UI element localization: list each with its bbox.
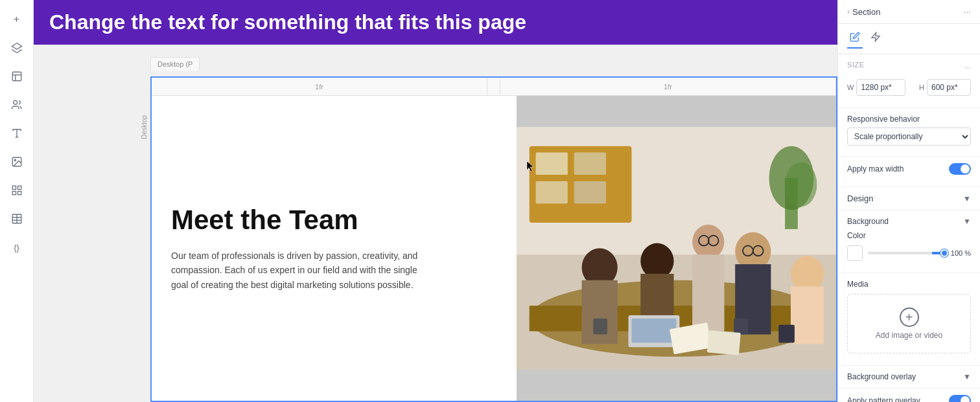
height-input-group: H [919,79,971,96]
pattern-overlay-row: Apply pattern overlay [847,395,971,402]
section-right-column[interactable] [517,96,836,401]
svg-rect-12 [18,186,21,189]
panel-header: › Section ··· [838,0,980,24]
responsive-label: Responsive behavior [847,115,971,124]
section-left-column[interactable]: Meet the Team Our team of professionals … [152,96,517,401]
grid-header: 1fr 1fr [152,78,836,96]
pattern-overlay-section: Apply pattern overlay [838,388,980,402]
svg-line-2 [17,50,22,53]
max-width-label: Apply max width [847,164,904,173]
color-opacity-slider[interactable] [868,252,948,254]
banner-text: Change the text for something that fits … [49,10,822,34]
resize-handle-right[interactable] [836,227,837,252]
width-input-group: W [847,79,905,96]
design-chevron-icon: ▼ [963,194,971,203]
color-label: Color [847,231,866,240]
background-overlay-label: Background overlay [847,372,916,381]
edit-tab[interactable] [847,29,863,49]
background-overlay-header[interactable]: Background overlay ▼ [847,372,971,381]
section-content: Meet the Team Our team of professionals … [152,96,836,401]
height-input[interactable] [927,79,971,96]
design-label: Design [847,194,873,203]
text-icon[interactable] [5,122,29,145]
size-section: Size ··· W H [838,54,980,108]
table-icon[interactable] [5,207,29,230]
style-tab[interactable] [868,29,883,49]
svg-point-45 [791,256,824,291]
svg-rect-36 [692,254,724,331]
svg-rect-46 [791,287,824,344]
width-input[interactable] [856,79,905,96]
svg-marker-54 [872,32,880,41]
svg-rect-3 [12,72,21,81]
height-label: H [919,84,924,91]
svg-rect-13 [12,192,16,195]
team-image[interactable] [517,96,836,401]
background-header[interactable]: Background ▼ [847,217,971,226]
section-heading[interactable]: Meet the Team [171,205,491,236]
right-panel: › Section ··· Size ··· W [837,0,980,402]
svg-rect-24 [536,153,568,175]
add-media-icon: + [900,307,919,327]
media-header: Media [847,280,971,289]
svg-rect-26 [536,181,568,204]
page-name-label: Desktop (P [158,60,192,68]
users-icon[interactable] [5,93,29,117]
desktop-strip: Desktop [137,76,150,402]
desktop-label: Desktop [141,115,148,139]
panel-breadcrumb: › Section [847,7,880,17]
tutorial-banner: Change the text for something that fits … [34,0,837,45]
layers-icon[interactable] [5,36,29,60]
color-slider-container: 100 % [868,249,971,257]
width-label: W [847,84,854,91]
svg-rect-49 [593,318,607,335]
section-frame[interactable]: 1fr 1fr Meet the Team Our team of profes… [150,76,837,402]
size-inputs-row: W H [847,79,971,96]
pattern-overlay-toggle[interactable] [949,395,971,402]
add-icon[interactable]: + [5,8,29,31]
color-row: Color [847,231,971,240]
page-name-bar: Desktop (P [150,57,200,71]
responsive-section: Responsive behavior Scale proportionally [838,108,980,157]
pages-icon[interactable] [5,65,29,88]
overlay-chevron-icon: ▼ [963,372,971,381]
svg-rect-50 [734,318,748,335]
svg-point-30 [785,162,817,207]
col2-label: 1fr [500,78,836,95]
max-width-toggle[interactable] [949,163,971,175]
size-header-row: Size ··· [847,61,971,74]
add-media-label: Add image or video [876,331,942,340]
svg-rect-14 [18,192,21,195]
left-sidebar: + {} [0,0,34,402]
panel-tabs [838,24,980,54]
size-more-icon[interactable]: ··· [964,63,971,72]
svg-marker-0 [12,43,21,50]
svg-point-6 [13,100,17,104]
background-label: Background [847,217,889,226]
design-section[interactable]: Design ▼ [838,187,980,210]
col-divider [487,78,500,95]
svg-rect-32 [582,280,618,344]
svg-rect-48 [631,318,676,342]
svg-rect-11 [12,186,16,189]
slider-thumb [940,249,948,257]
more-menu-icon[interactable]: ··· [963,6,971,17]
svg-rect-25 [574,153,606,175]
add-media-button[interactable]: + Add image or video [847,294,971,353]
color-control-row: 100 % [847,245,971,261]
section-paragraph[interactable]: Our team of professionals is driven by p… [171,249,430,292]
responsive-select[interactable]: Scale proportionally [847,128,971,146]
color-swatch[interactable] [847,245,863,261]
image-icon[interactable] [5,150,29,173]
svg-rect-27 [574,181,606,204]
code-icon[interactable]: {} [5,236,29,259]
pattern-overlay-label: Apply pattern overlay [847,396,920,402]
background-overlay-section: Background overlay ▼ [838,366,980,388]
background-section: Background ▼ Color 100 % [838,210,980,273]
max-width-row: Apply max width [847,163,971,175]
resize-handle-left[interactable] [150,227,152,252]
grid-icon[interactable] [5,179,29,202]
media-section: Media + Add image or video [838,273,980,366]
svg-line-1 [12,50,17,53]
svg-rect-51 [778,325,795,343]
